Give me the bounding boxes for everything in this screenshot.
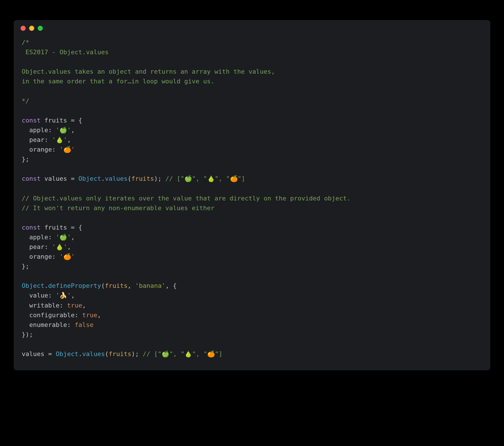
identifier-values: values bbox=[22, 350, 44, 357]
method-values: values bbox=[82, 350, 105, 357]
line-comment: // Object.values only iterates over the … bbox=[22, 195, 350, 202]
prop-orange-val: '🍊' bbox=[59, 146, 75, 153]
prop-writable-key: writable: bbox=[22, 302, 67, 309]
inline-result-comment: // ["🍏", "🍐", "🍊"] bbox=[165, 175, 245, 182]
comma: , bbox=[128, 282, 135, 289]
class-object: Object bbox=[78, 175, 101, 182]
identifier-fruits: fruits bbox=[44, 117, 67, 124]
prop-enumerable-key: enumerable: bbox=[22, 321, 74, 328]
brace-rparen-close: }); bbox=[22, 331, 33, 338]
prop-pear-val: '🍐' bbox=[52, 243, 67, 250]
code-block: /* ES2017 - Object.values Object.values … bbox=[14, 33, 490, 370]
dot: . bbox=[78, 350, 82, 357]
identifier-values: values bbox=[44, 175, 67, 182]
dot: . bbox=[101, 175, 105, 182]
comma-brace: , { bbox=[165, 282, 177, 289]
param-fruits: fruits bbox=[105, 282, 127, 289]
punct: = { bbox=[67, 224, 82, 231]
lparen: ( bbox=[128, 175, 131, 182]
block-comment: /* ES2017 - Object.values Object.values … bbox=[22, 39, 275, 105]
prop-pear-key: pear: bbox=[22, 136, 52, 143]
prop-value-key: value: bbox=[22, 292, 56, 299]
prop-pear-val: '🍐' bbox=[52, 136, 67, 143]
class-object: Object bbox=[56, 350, 78, 357]
param-fruits: fruits bbox=[131, 175, 154, 182]
identifier-fruits: fruits bbox=[44, 224, 67, 231]
comma: , bbox=[82, 302, 86, 309]
traffic-light-minimize-icon[interactable] bbox=[29, 26, 34, 31]
method-defineproperty: defineProperty bbox=[48, 282, 101, 289]
brace-close: }; bbox=[22, 263, 29, 270]
line-comment: // It won't return any non-enumerable va… bbox=[22, 204, 215, 212]
prop-configurable-key: configurable: bbox=[22, 312, 82, 319]
eq: = bbox=[44, 350, 56, 357]
keyword-const: const bbox=[22, 117, 41, 124]
comma: , bbox=[71, 126, 75, 134]
method-values: values bbox=[105, 175, 127, 182]
lparen: ( bbox=[101, 282, 105, 289]
prop-apple-val: '🍏' bbox=[56, 126, 71, 134]
dot: . bbox=[44, 282, 48, 289]
prop-value-val: '🍌' bbox=[56, 292, 71, 299]
bool-true: true bbox=[82, 312, 97, 319]
comma: , bbox=[67, 243, 71, 250]
prop-pear-key: pear: bbox=[22, 243, 52, 250]
rparen: ); bbox=[131, 350, 143, 357]
lparen: ( bbox=[105, 350, 108, 357]
inline-result-comment: // ["🍏", "🍐", "🍊"] bbox=[143, 350, 223, 357]
punct: = { bbox=[67, 117, 82, 124]
prop-apple-key: apple: bbox=[22, 126, 56, 134]
keyword-const: const bbox=[22, 224, 41, 231]
prop-orange-key: orange: bbox=[22, 146, 59, 153]
prop-orange-val: '🍊' bbox=[59, 253, 75, 260]
traffic-light-zoom-icon[interactable] bbox=[38, 26, 43, 31]
string-banana: 'banana' bbox=[135, 282, 165, 289]
comma: , bbox=[71, 292, 75, 299]
comma: , bbox=[67, 136, 71, 143]
bool-true: true bbox=[67, 302, 82, 309]
eq: = bbox=[67, 175, 78, 182]
prop-apple-key: apple: bbox=[22, 234, 56, 241]
class-object: Object bbox=[22, 282, 44, 289]
rparen: ); bbox=[154, 175, 166, 182]
comma: , bbox=[71, 234, 75, 241]
window-titlebar bbox=[14, 20, 490, 33]
traffic-light-close-icon[interactable] bbox=[21, 26, 26, 31]
prop-apple-val: '🍏' bbox=[56, 234, 71, 241]
brace-close: }; bbox=[22, 156, 29, 163]
keyword-const: const bbox=[22, 175, 41, 182]
param-fruits: fruits bbox=[109, 350, 131, 357]
prop-orange-key: orange: bbox=[22, 253, 59, 260]
bool-false: false bbox=[74, 321, 93, 328]
code-window: /* ES2017 - Object.values Object.values … bbox=[14, 20, 490, 370]
comma: , bbox=[97, 312, 101, 319]
